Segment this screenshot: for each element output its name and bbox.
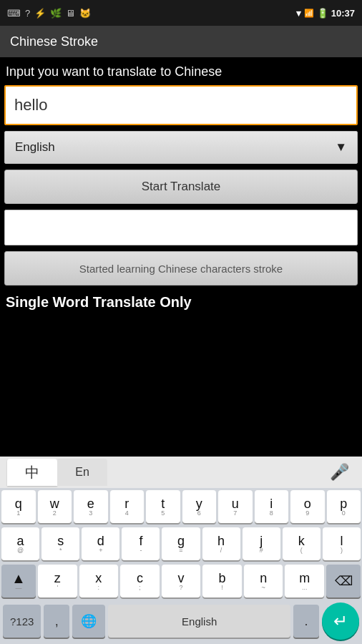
space-key[interactable]: English — [108, 605, 290, 638]
key-v[interactable]: v? — [162, 565, 201, 597]
result-field — [4, 210, 358, 245]
key-e[interactable]: e3 — [74, 490, 108, 523]
key-k[interactable]: k( — [283, 527, 321, 560]
key-b[interactable]: b! — [202, 565, 242, 597]
key-p[interactable]: p0 — [327, 490, 361, 523]
key-j[interactable]: j# — [243, 527, 280, 560]
battery-icon: 🔋 — [317, 8, 328, 19]
key-o[interactable]: o9 — [290, 490, 325, 523]
input-value: hello — [14, 96, 47, 114]
key-x[interactable]: x: — [79, 565, 119, 597]
status-right: ▾ 📶 🔋 10:37 — [296, 8, 355, 19]
key-u[interactable]: u7 — [218, 490, 253, 523]
keyboard-row-1: q1 w2 e3 r4 t5 y6 u7 i8 o9 p0 — [0, 488, 362, 525]
key-n[interactable]: n~ — [244, 565, 283, 597]
keyboard-row-2: a@ s* d+ f- g= h/ j# k( l) — [0, 525, 362, 562]
microphone-button[interactable]: 🎤 — [323, 459, 355, 486]
keyboard-row-3: ▲ — z' x: c; v? b! n~ m... ⌫ — [0, 562, 362, 600]
period-key[interactable]: . — [293, 605, 319, 638]
text-input-field[interactable]: hello — [4, 85, 358, 125]
status-icons-left: ⌨ ? ⚡ 🌿 🖥 🐱 — [7, 8, 91, 19]
enter-icon: ↵ — [333, 611, 348, 631]
language-dropdown[interactable]: English ▼ — [4, 131, 358, 164]
monitor-icon: 🖥 — [66, 8, 75, 19]
status-bar: ⌨ ? ⚡ 🌿 🖥 🐱 ▾ 📶 🔋 10:37 — [0, 0, 362, 26]
chinese-input-tab[interactable]: 中 — [7, 459, 57, 486]
keyboard-bottom-row: ?123 , 🌐 English . ↵ — [0, 600, 362, 644]
globe-key[interactable]: 🌐 — [72, 605, 105, 638]
single-word-label: Single Word Translate Only — [4, 291, 358, 311]
key-g[interactable]: g= — [162, 527, 200, 560]
shift-key[interactable]: ▲ — — [1, 565, 36, 597]
title-bar: Chinese Stroke — [0, 26, 362, 57]
comma-key[interactable]: , — [44, 605, 69, 638]
question-icon: ? — [25, 8, 30, 19]
app-icon: 🐱 — [79, 8, 91, 19]
translate-button[interactable]: Start Translate — [4, 170, 358, 204]
key-z[interactable]: z' — [38, 565, 77, 597]
leaf-icon: 🌿 — [50, 8, 62, 19]
backspace-key[interactable]: ⌫ — [326, 565, 361, 597]
key-s[interactable]: s* — [41, 527, 79, 560]
key-h[interactable]: h/ — [202, 527, 240, 560]
key-r[interactable]: r4 — [110, 490, 145, 523]
key-l[interactable]: l) — [323, 527, 361, 560]
signal-icon: 📶 — [304, 9, 314, 18]
key-w[interactable]: w2 — [38, 490, 72, 523]
learn-button[interactable]: Started learning Chinese characters stro… — [4, 251, 358, 286]
numeric-key[interactable]: ?123 — [3, 605, 41, 638]
time-display: 10:37 — [331, 8, 355, 19]
wifi-icon: ▾ — [296, 8, 301, 19]
key-y[interactable]: y6 — [182, 490, 217, 523]
keyboard-top-bar: 中 En 🎤 — [0, 457, 362, 488]
prompt-label: Input you want to translate to Chinese — [4, 64, 358, 79]
key-t[interactable]: t5 — [146, 490, 180, 523]
key-c[interactable]: c; — [120, 565, 160, 597]
key-a[interactable]: a@ — [1, 527, 39, 560]
mic-icon: 🎤 — [330, 463, 349, 482]
chevron-down-icon: ▼ — [335, 140, 347, 155]
globe-icon: 🌐 — [81, 613, 97, 629]
key-i[interactable]: i8 — [255, 490, 289, 523]
keyboard: 中 En 🎤 q1 w2 e3 r4 t5 y6 u7 i8 o9 p0 a@ … — [0, 457, 362, 644]
enter-key[interactable]: ↵ — [322, 602, 359, 640]
english-input-tab[interactable]: En — [57, 459, 107, 486]
key-m[interactable]: m... — [285, 565, 324, 597]
language-label: English — [15, 140, 55, 155]
key-d[interactable]: d+ — [82, 527, 119, 560]
usb-icon: ⚡ — [34, 8, 46, 19]
key-f[interactable]: f- — [122, 527, 160, 560]
app-title: Chinese Stroke — [10, 34, 98, 49]
key-q[interactable]: q1 — [1, 490, 36, 523]
keyboard-icon: ⌨ — [7, 8, 21, 19]
app-content: Input you want to translate to Chinese h… — [0, 57, 362, 457]
